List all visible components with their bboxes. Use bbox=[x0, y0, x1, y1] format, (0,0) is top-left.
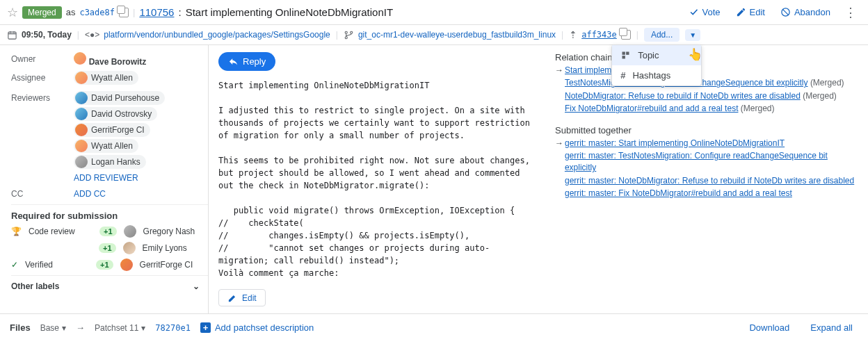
label-row: 🏆 Code review +1 Gregory Nash bbox=[11, 225, 208, 238]
expand-all-button[interactable]: Expand all bbox=[805, 320, 858, 336]
dropdown-item-hashtags[interactable]: # Hashtags bbox=[612, 65, 701, 85]
submitted-together-heading: Submitted together bbox=[555, 125, 858, 136]
project-icon: <●> bbox=[85, 30, 99, 40]
reply-button[interactable]: Reply bbox=[218, 52, 275, 71]
base-dropdown[interactable]: Base ▾ bbox=[40, 323, 66, 333]
score-badge: +1 bbox=[99, 243, 116, 253]
add-metadata-dropdown: Topic 👆 # Hashtags bbox=[611, 44, 702, 86]
topic-icon bbox=[620, 50, 631, 60]
relation-link[interactable]: gerrit: master: Fix NoteDbMigrator#rebui… bbox=[565, 188, 792, 199]
pencil-icon bbox=[227, 293, 238, 303]
abandon-button[interactable]: Abandon bbox=[775, 4, 836, 20]
avatar bbox=[75, 124, 88, 136]
svg-rect-1 bbox=[8, 32, 16, 39]
reviewer-chip[interactable]: Wyatt Allen bbox=[74, 139, 138, 153]
relation-chain-heading: Relation chain bbox=[555, 52, 858, 63]
voter-name[interactable]: GerritForge CI bbox=[140, 260, 193, 270]
current-arrow-icon: → bbox=[555, 138, 562, 149]
svg-rect-6 bbox=[626, 51, 629, 54]
cursor-icon: 👆 bbox=[688, 47, 702, 62]
avatar bbox=[75, 156, 88, 168]
reviewer-chip[interactable]: Logan Hanks bbox=[74, 155, 146, 169]
reviewer-chip[interactable]: GerritForge CI bbox=[74, 123, 150, 137]
edit-message-button[interactable]: Edit bbox=[218, 289, 266, 306]
reviewer-chip[interactable]: David Pursehouse bbox=[74, 91, 165, 105]
avatar bbox=[75, 92, 88, 104]
svg-point-2 bbox=[345, 31, 347, 33]
current-arrow-icon: → bbox=[555, 65, 562, 76]
other-labels-toggle[interactable]: Other labels ⌄ bbox=[11, 275, 208, 297]
avatar bbox=[75, 72, 88, 84]
avatar bbox=[124, 225, 136, 238]
patchset-sha-link[interactable]: 78270e1 bbox=[155, 323, 191, 333]
required-heading: Required for submission bbox=[11, 204, 208, 225]
arrow-right-icon: → bbox=[76, 322, 85, 333]
parent-icon: ⇡ bbox=[569, 29, 577, 40]
avatar bbox=[75, 140, 88, 152]
updated-time: 09:50, Today bbox=[7, 30, 72, 40]
chevron-down-icon: ⌄ bbox=[193, 281, 200, 291]
copy-parent-icon[interactable] bbox=[621, 30, 631, 40]
dropdown-item-topic[interactable]: Topic 👆 bbox=[612, 45, 701, 65]
change-number-link[interactable]: 110756 bbox=[139, 6, 174, 18]
add-patchset-description-button[interactable]: + Add patchset description bbox=[200, 322, 314, 333]
add-cc-button[interactable]: ADD CC bbox=[74, 187, 106, 199]
add-metadata-button[interactable]: Add... bbox=[644, 28, 680, 42]
svg-point-3 bbox=[351, 31, 353, 33]
plus-icon: + bbox=[200, 322, 211, 333]
calendar-icon bbox=[7, 30, 17, 40]
more-actions-icon[interactable]: ⋮ bbox=[840, 5, 861, 20]
cc-label: CC bbox=[11, 187, 74, 199]
change-title: Start implementing OnlineNoteDbMigration… bbox=[186, 6, 393, 18]
as-text: as bbox=[66, 7, 76, 17]
label-row: ✓ Verified +1 GerritForge CI bbox=[11, 258, 208, 271]
caret-down-icon: ▾ bbox=[141, 323, 145, 333]
score-badge: +1 bbox=[99, 227, 117, 236]
download-button[interactable]: Download bbox=[744, 320, 795, 336]
voter-name[interactable]: Emily Lyons bbox=[143, 243, 187, 253]
star-icon[interactable]: ☆ bbox=[7, 5, 18, 20]
avatar bbox=[120, 258, 133, 271]
assignee-chip[interactable]: Wyatt Allen bbox=[74, 71, 138, 85]
hashtag-icon: # bbox=[620, 70, 625, 81]
reply-icon bbox=[228, 56, 239, 67]
reviewers-label: Reviewers bbox=[11, 91, 74, 103]
branch-icon bbox=[344, 30, 354, 40]
project-link[interactable]: platform/vendor/unbundled_google/package… bbox=[104, 30, 330, 40]
edit-button[interactable]: Edit bbox=[730, 4, 771, 20]
vote-button[interactable]: Vote bbox=[683, 4, 726, 20]
check-icon: ✓ bbox=[11, 260, 18, 270]
voter-name[interactable]: Gregory Nash bbox=[143, 227, 195, 236]
avatar bbox=[74, 52, 86, 65]
parent-sha-link[interactable]: aff343e bbox=[581, 30, 617, 40]
svg-point-4 bbox=[345, 36, 347, 38]
svg-rect-5 bbox=[622, 51, 625, 54]
relation-link[interactable]: NoteDbMigrator: Refuse to rebuild if Not… bbox=[565, 91, 801, 101]
score-badge: +1 bbox=[96, 260, 113, 270]
add-metadata-dropdown-toggle[interactable]: ▼ Topic 👆 # Hashtags bbox=[685, 29, 700, 41]
relation-link[interactable]: gerrit: master: Start implementing Onlin… bbox=[565, 138, 785, 149]
status-badge: Merged bbox=[22, 6, 62, 19]
assignee-label: Assignee bbox=[11, 71, 74, 83]
relation-link[interactable]: gerrit: master: NoteDbMigrator: Refuse t… bbox=[565, 175, 854, 187]
relation-link[interactable]: Fix NoteDbMigrator#rebuild and add a rea… bbox=[565, 104, 738, 113]
copy-sha-icon[interactable] bbox=[119, 8, 129, 17]
add-reviewer-button[interactable]: ADD REVIEWER bbox=[74, 171, 165, 183]
owner-label: Owner bbox=[11, 52, 74, 64]
reviewer-chip[interactable]: David Ostrovsky bbox=[74, 107, 157, 121]
owner-name[interactable]: Dave Borowitz bbox=[89, 57, 147, 67]
patchset-dropdown[interactable]: Patchset 11 ▾ bbox=[95, 323, 145, 333]
avatar bbox=[123, 242, 136, 254]
avatar bbox=[75, 108, 88, 120]
caret-down-icon: ▾ bbox=[62, 323, 66, 333]
trophy-icon: 🏆 bbox=[11, 227, 22, 236]
branch-link[interactable]: git_oc-mr1-dev-walleye-userdebug_fastbui… bbox=[358, 30, 556, 40]
label-row: +1 Emily Lyons bbox=[11, 242, 208, 254]
relation-link[interactable]: gerrit: master: TestNotesMigration: Conf… bbox=[565, 150, 858, 174]
svg-rect-7 bbox=[622, 56, 625, 58]
commit-sha-link[interactable]: c3ade8f bbox=[79, 8, 115, 17]
commit-message: Start implementing OnlineNoteDbMigration… bbox=[218, 79, 538, 279]
files-heading: Files bbox=[10, 322, 31, 333]
